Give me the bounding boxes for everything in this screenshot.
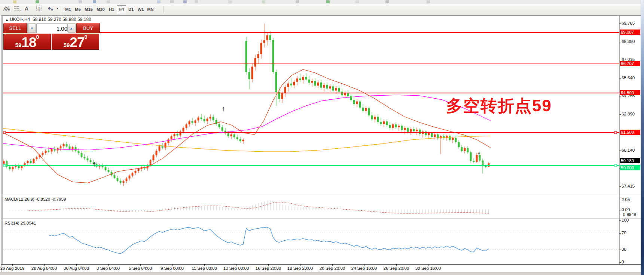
- cross-marker: †: [222, 106, 225, 112]
- rsi-tick-dash: [619, 250, 621, 250]
- symbol-arrow-icon: ▲: [5, 18, 9, 22]
- panel-separator[interactable]: [1, 219, 641, 219]
- cross-marker: †: [93, 161, 96, 167]
- price-level-badge: 59.000: [620, 165, 640, 170]
- volume-decrease-button[interactable]: ▼: [28, 24, 36, 33]
- time-axis-tick: [140, 264, 141, 266]
- sell-price-big: 18: [21, 35, 36, 50]
- price-tick-dash: [619, 96, 621, 96]
- panel-separator: [1, 220, 641, 220]
- time-axis-tick: [76, 264, 77, 266]
- price-tick-label: 60.140: [622, 148, 641, 152]
- line-handle[interactable]: [614, 164, 617, 167]
- time-axis-label: 24 Sep 16:00: [347, 266, 381, 271]
- price-tick-dash: [619, 151, 621, 151]
- time-axis-label: 3 Sep 04:00: [91, 266, 125, 271]
- line-handle[interactable]: [614, 132, 617, 134]
- price-tick-label: 65.640: [622, 75, 641, 80]
- current-price-badge: 59.180: [620, 158, 640, 163]
- rsi-tick-label: 70: [622, 231, 641, 235]
- time-axis-tick: [12, 264, 13, 266]
- macd-tick-dash: [619, 200, 621, 200]
- macd-tick-label: -0.9948: [622, 212, 641, 217]
- panel-separator: [1, 196, 641, 196]
- price-tick-label: 62.890: [622, 112, 641, 116]
- rsi-label: RSI(14) 29.8941: [4, 221, 36, 225]
- buy-price-big: 27: [70, 35, 84, 50]
- rsi-tick-label: 100: [622, 218, 641, 222]
- time-axis-label: 13 Sep 00:00: [219, 266, 253, 271]
- symbol-period: UKOil-,H4: [10, 17, 30, 22]
- sell-price-display[interactable]: 59180: [3, 34, 51, 50]
- time-axis-tick: [108, 264, 109, 266]
- time-axis-label: 30 Aug 04:00: [59, 266, 93, 271]
- panel-separator[interactable]: [1, 195, 641, 195]
- price-tick-label: 57.415: [622, 184, 641, 188]
- time-axis-tick: [396, 264, 397, 266]
- volume-input[interactable]: [36, 24, 70, 33]
- rsi-tick-dash: [619, 233, 621, 234]
- price-tick-dash: [619, 60, 621, 60]
- price-level-badge: 69.087: [620, 30, 640, 35]
- price-level-badge: 61.500: [620, 130, 640, 135]
- buy-price-display[interactable]: 59270: [52, 34, 99, 50]
- time-axis-tick: [300, 264, 300, 266]
- cross-marker: †: [477, 152, 480, 158]
- time-axis-label: 18 Sep 20:00: [283, 266, 317, 271]
- time-axis-tick: [364, 264, 364, 266]
- volume-increase-button[interactable]: ▲: [67, 24, 75, 33]
- macd-tick-label: 0.00: [622, 207, 641, 212]
- macd-tick-label: 2.05: [622, 197, 641, 202]
- time-axis-label: 16 Sep 20:00: [251, 266, 285, 271]
- buy-button[interactable]: BUY: [76, 23, 100, 33]
- rsi-tick-dash: [619, 220, 621, 221]
- time-axis-tick: [44, 264, 45, 266]
- time-axis-label: 20 Sep 20:00: [315, 266, 349, 271]
- buy-price-sup: 0: [85, 34, 88, 40]
- rsi-tick-label: 0: [622, 260, 641, 264]
- sell-price-sup: 0: [36, 34, 39, 40]
- macd-tick-dash: [619, 210, 621, 210]
- price-tick-label: 68.390: [622, 39, 641, 44]
- macd-tick-dash: [619, 215, 621, 215]
- rsi-tick-dash: [619, 262, 621, 263]
- time-axis-label: 30 Sep 16:00: [411, 266, 445, 271]
- time-axis-label: 26 Sep 20:00: [379, 266, 413, 271]
- time-axis-tick: [172, 264, 173, 266]
- price-tick-dash: [619, 78, 621, 78]
- time-axis-label: 26 Aug 2019: [0, 266, 29, 271]
- sell-price-small: 59: [15, 42, 22, 48]
- window-right-edge: [641, 0, 644, 275]
- chart-annotation: 多空转折点59: [446, 95, 552, 117]
- bottom-strip: [0, 272, 641, 275]
- rsi-tick-label: 30: [622, 247, 641, 251]
- time-axis-separator: [1, 264, 641, 265]
- time-axis-label: 5 Sep 04:00: [123, 266, 157, 271]
- one-click-trade-panel: SELL ▼ ▲ BUY 59180 59270: [3, 23, 100, 50]
- line-handle[interactable]: [3, 164, 6, 167]
- ohlc-readout: 58.910 59.270 58.880 59.180: [33, 17, 91, 22]
- price-level-badge: 64.500: [620, 90, 640, 95]
- price-tick-dash: [619, 24, 621, 24]
- time-axis-tick: [332, 264, 333, 266]
- time-axis-label: 11 Sep 00:00: [187, 266, 221, 271]
- rsi-layer: [3, 227, 619, 254]
- time-axis-tick: [268, 264, 269, 266]
- macd-layer: [4, 200, 489, 214]
- chart-title: ▲ UKOil-,H4 58.910 59.270 58.880 59.180: [5, 17, 91, 22]
- time-axis-tick: [204, 264, 205, 266]
- price-tick-dash: [619, 114, 621, 115]
- macd-label: MACD(12,26,9) -0.8520 -0.7959: [4, 197, 66, 201]
- price-level-badge: 66.707: [620, 61, 640, 66]
- time-axis-label: 28 Aug 04:00: [27, 266, 61, 271]
- volume-control: ▼ ▲: [27, 23, 76, 33]
- buy-price-small: 59: [64, 42, 70, 48]
- price-tick-dash: [619, 186, 621, 187]
- ma-mid-line: [0, 95, 491, 150]
- sell-button[interactable]: SELL: [3, 23, 27, 33]
- price-tick-dash: [619, 42, 621, 42]
- time-axis-tick: [428, 264, 428, 266]
- time-axis-label: 9 Sep 00:00: [155, 266, 189, 271]
- time-axis-tick: [236, 264, 236, 266]
- price-tick-label: 69.765: [622, 21, 641, 25]
